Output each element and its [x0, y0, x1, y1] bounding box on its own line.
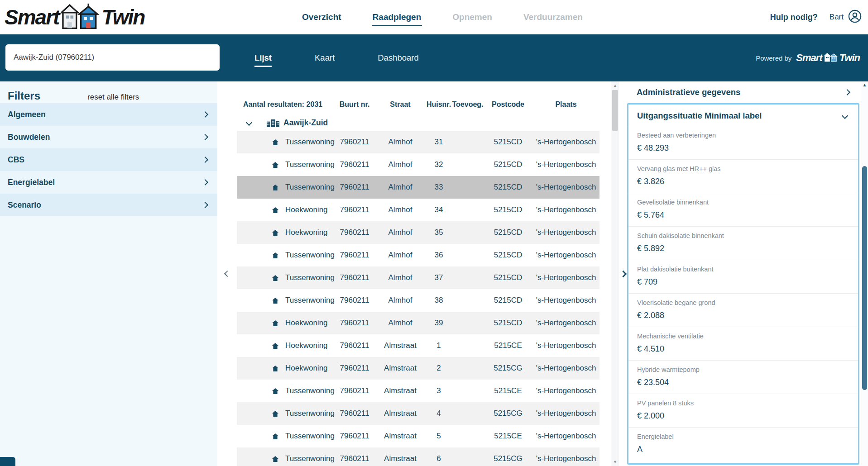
- table-row[interactable]: Hoekwoning7960211Almhof355215CD's-Hertog…: [237, 221, 599, 244]
- sidebar-item-cbs[interactable]: CBS: [0, 148, 217, 171]
- user-menu[interactable]: Bart: [830, 10, 862, 25]
- house-icon: [272, 366, 278, 371]
- cell-type: Tussenwoning: [237, 454, 334, 463]
- table-row[interactable]: Hoekwoning7960211Almhof395215CD's-Hertog…: [237, 312, 599, 334]
- sidebar-item-bouwdelen[interactable]: Bouwdelen: [0, 126, 217, 148]
- dwelling-type: Tussenwoning: [285, 273, 335, 282]
- nav-overzicht[interactable]: Overzicht: [301, 9, 342, 26]
- cell-plaats: 's-Hertogenbosch: [532, 273, 599, 282]
- table-row[interactable]: Tussenwoning7960211Almhof335215CD's-Hert…: [237, 176, 599, 199]
- logo-word-twin: Twin: [101, 5, 144, 29]
- scroll-down-button[interactable]: ▼: [611, 458, 619, 466]
- cell-straat: Almhof: [375, 160, 426, 169]
- cell-buurt: 7960211: [334, 432, 375, 441]
- expand-panel-handle[interactable]: [619, 81, 627, 466]
- cell-plaats: 's-Hertogenbosch: [532, 409, 599, 418]
- table-row[interactable]: Hoekwoning7960211Almstraat15215CE's-Hert…: [237, 334, 599, 357]
- chevron-right-icon: [202, 134, 208, 140]
- page-scrollbar[interactable]: ▲: [861, 81, 868, 466]
- reset-filters-link[interactable]: reset alle filters: [87, 93, 139, 102]
- tab-lijst[interactable]: Lijst: [254, 49, 272, 67]
- house-icon: [272, 230, 278, 236]
- table-row[interactable]: Tussenwoning7960211Almhof375215CD's-Hert…: [237, 266, 599, 289]
- table-row[interactable]: Tussenwoning7960211Almhof365215CD's-Hert…: [237, 244, 599, 266]
- nav-verduurzamen[interactable]: Verduurzamen: [523, 9, 584, 26]
- dwelling-type: Tussenwoning: [285, 296, 335, 305]
- filter-list: AlgemeenBouwdelenCBSEnergielabelScenario: [0, 103, 217, 216]
- admin-section-title: Administratieve gegevens: [637, 87, 740, 97]
- section-header[interactable]: Uitgangssituatie Minimaal label: [628, 105, 858, 126]
- cell-type: Hoekwoning: [237, 319, 334, 328]
- main-nav: OverzichtRaadplegenOpnemenVerduurzamen: [301, 0, 584, 34]
- search-input[interactable]: [5, 44, 220, 71]
- house-icon: [272, 275, 278, 281]
- help-link[interactable]: Hulp nodig?: [770, 13, 818, 22]
- group-name: Aawijk-Zuid: [283, 118, 328, 128]
- cell-straat: Almstraat: [375, 432, 426, 441]
- tab-dashboard[interactable]: Dashboard: [378, 49, 419, 67]
- dwelling-type: Tussenwoning: [285, 432, 335, 441]
- cell-postcode: 5215CG: [484, 454, 532, 463]
- collapse-sidebar-handle[interactable]: [217, 81, 237, 466]
- dwelling-type: Tussenwoning: [285, 183, 335, 192]
- admin-section-header[interactable]: Administratieve gegevens: [627, 81, 859, 103]
- house-icon: [272, 207, 278, 213]
- cell-buurt: 7960211: [334, 364, 375, 373]
- table-row[interactable]: Tussenwoning7960211Almhof315215CD's-Hert…: [237, 131, 599, 153]
- detail-item-value: € 709: [637, 277, 849, 287]
- chevron-right-icon: [202, 179, 208, 185]
- corner-widget[interactable]: [0, 457, 15, 466]
- dwelling-type: Hoekwoning: [285, 205, 328, 214]
- scroll-up-button[interactable]: ▲: [611, 81, 619, 90]
- cell-postcode: 5215CD: [484, 138, 532, 147]
- cell-straat: Almstraat: [375, 341, 426, 350]
- house-icon: [272, 411, 278, 417]
- house-icon: [272, 456, 278, 462]
- cell-type: Tussenwoning: [237, 183, 334, 192]
- table-row[interactable]: Tussenwoning7960211Almstraat55215CE's-He…: [237, 425, 599, 447]
- detail-item-value: € 5.764: [637, 210, 849, 220]
- sidebar-item-scenario[interactable]: Scenario: [0, 194, 217, 216]
- detail-item: Vloerisolatie begane grond€ 2.088: [628, 293, 858, 327]
- table-row[interactable]: Tussenwoning7960211Almstraat35215CE's-He…: [237, 380, 599, 402]
- nav-raadplegen[interactable]: Raadplegen: [372, 9, 422, 26]
- table-row[interactable]: Tussenwoning7960211Almstraat65215CG's-He…: [237, 447, 599, 466]
- cell-huisnr: 39: [426, 319, 452, 328]
- table-row[interactable]: Tussenwoning7960211Almhof325215CD's-Hert…: [237, 153, 599, 176]
- detail-item-label: Mechanische ventilatie: [637, 333, 849, 340]
- table-row[interactable]: Hoekwoning7960211Almstraat25215CG's-Hert…: [237, 357, 599, 380]
- detail-item: Gevelisolatie binnenkant€ 5.764: [628, 193, 858, 226]
- cell-straat: Almhof: [375, 228, 426, 237]
- cell-buurt: 7960211: [334, 138, 375, 147]
- cell-postcode: 5215CD: [484, 251, 532, 260]
- page-scroll-up-button[interactable]: ▲: [861, 82, 868, 87]
- cell-postcode: 5215CD: [484, 160, 532, 169]
- nav-opnemen[interactable]: Opnemen: [451, 9, 493, 26]
- group-row[interactable]: Aawijk-Zuid: [237, 114, 599, 131]
- sidebar-item-algemeen[interactable]: Algemeen: [0, 103, 217, 126]
- cell-huisnr: 37: [426, 273, 452, 282]
- cell-postcode: 5215CD: [484, 319, 532, 328]
- sidebar-item-energielabel[interactable]: Energielabel: [0, 171, 217, 194]
- dwelling-type: Tussenwoning: [285, 386, 335, 395]
- detail-item-label: Plat dakisolatie buitenkant: [637, 266, 849, 273]
- table-row[interactable]: Hoekwoning7960211Almhof345215CD's-Hertog…: [237, 199, 599, 221]
- cell-type: Tussenwoning: [237, 409, 334, 418]
- table-row[interactable]: Tussenwoning7960211Almhof385215CD's-Hert…: [237, 289, 599, 312]
- house-icon: [272, 252, 278, 258]
- cell-plaats: 's-Hertogenbosch: [532, 138, 599, 147]
- cell-type: Tussenwoning: [237, 160, 334, 169]
- dwelling-type: Hoekwoning: [285, 364, 328, 373]
- cell-buurt: 7960211: [334, 183, 375, 192]
- page-scrollbar-thumb[interactable]: [862, 166, 867, 390]
- table-scrollbar[interactable]: ▲ ▼: [611, 81, 619, 466]
- dwelling-type: Tussenwoning: [285, 454, 335, 463]
- topbar-right: Hulp nodig? Bart: [770, 0, 862, 34]
- tab-kaart[interactable]: Kaart: [315, 49, 335, 67]
- cell-plaats: 's-Hertogenbosch: [532, 319, 599, 328]
- table-row[interactable]: Tussenwoning7960211Almstraat45215CG's-He…: [237, 402, 599, 425]
- cell-straat: Almhof: [375, 319, 426, 328]
- cell-buurt: 7960211: [334, 409, 375, 418]
- twin-houses-icon-small: [824, 52, 838, 64]
- table-scrollbar-thumb[interactable]: [612, 90, 618, 131]
